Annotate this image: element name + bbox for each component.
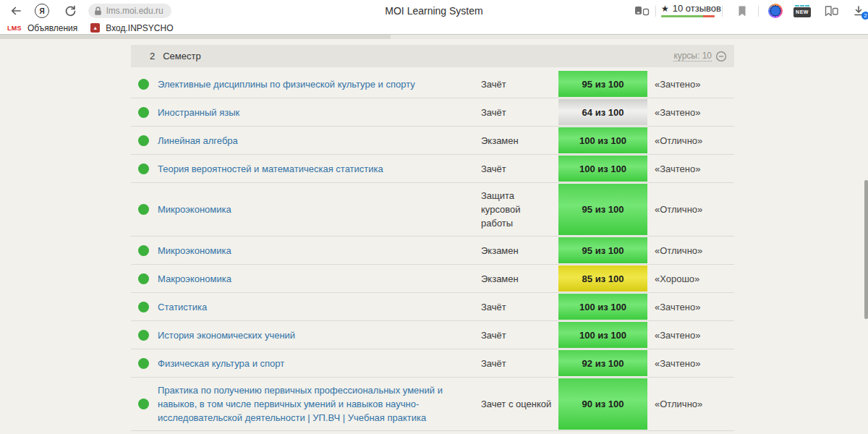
score-badge: 85 из 100: [558, 265, 647, 292]
course-link[interactable]: Микроэкономика: [158, 183, 481, 236]
course-link[interactable]: Иностранный язык: [158, 98, 481, 126]
semester-label: Семестр: [163, 51, 200, 61]
table-row: Статистика Зачёт «Зачтено» 100 из 100: [131, 293, 734, 321]
toolbar-divider: [722, 6, 723, 17]
course-link[interactable]: Физическая культура и спорт: [158, 349, 481, 377]
course-link[interactable]: История экономических учений: [158, 321, 481, 349]
score-badge: 100 из 100: [558, 156, 647, 182]
status-dot-cell: [131, 293, 158, 320]
grade-text: «Отлично»: [655, 237, 734, 264]
grade-text: «Зачтено»: [655, 321, 734, 349]
site-rating[interactable]: ★ 10 отзывов: [661, 3, 721, 17]
course-link[interactable]: Теория вероятностей и математическая ста…: [158, 155, 481, 182]
chrome-page-divider: [0, 34, 868, 39]
score-badge: 92 из 100: [558, 350, 647, 376]
score-badge: 100 из 100: [558, 322, 647, 348]
download-count-badge: 2: [861, 12, 868, 20]
grade-text: «Зачтено»: [655, 155, 734, 182]
score-badge: 95 из 100: [558, 184, 647, 235]
assessment-type: Зачёт: [481, 98, 558, 126]
grades-table: 2 Семестр курсы: 10 Элективные дисциплин…: [131, 45, 734, 434]
status-dot-icon: [138, 302, 149, 312]
table-row: Макроэкономика Экзамен «Хорошо» 85 из 10…: [131, 265, 734, 293]
bookmark-item-inpsycho[interactable]: ▲ Вход.INPSYCHO: [90, 23, 173, 33]
table-row: Микроэкономика Экзамен «Отлично» 95 из 1…: [131, 237, 734, 265]
score-badge: 64 из 100: [558, 99, 647, 125]
status-dot-icon: [138, 330, 149, 341]
status-dot-icon: [138, 79, 149, 90]
semester-number: 2: [150, 51, 155, 61]
status-dot-cell: [131, 237, 158, 264]
grade-text: «Зачтено»: [655, 293, 734, 320]
grade-text: «Зачтено»: [655, 349, 734, 377]
status-dot-icon: [138, 358, 149, 369]
yandex-logo-icon[interactable]: Я: [35, 4, 49, 18]
back-icon[interactable]: [9, 4, 23, 17]
bookmark-label: Вход.INPSYCHO: [106, 23, 173, 33]
course-link[interactable]: Практика по получению первичных професси…: [158, 378, 481, 430]
assessment-type: Защита курсовой работы: [481, 183, 558, 236]
table-row: Физическая культура и спорт Зачёт «Зачте…: [131, 349, 734, 378]
refresh-icon[interactable]: [64, 4, 77, 17]
score-badge: 95 из 100: [558, 71, 647, 97]
rating-label: 10 отзывов: [673, 3, 721, 14]
courses-count-link[interactable]: курсы: 10: [673, 51, 712, 61]
status-dot-cell: [131, 70, 158, 98]
status-dot-icon: [138, 245, 149, 256]
url-text: lms.moi.edu.ru: [106, 6, 163, 16]
assessment-type: Зачёт: [481, 70, 558, 98]
star-icon: ★: [661, 4, 669, 13]
grade-text: «Хорошо»: [655, 265, 734, 292]
course-rows: Элективные дисциплины по физической куль…: [131, 70, 734, 431]
collections-icon[interactable]: [823, 4, 839, 17]
new-badge-label: NEW: [793, 7, 811, 17]
status-dot-icon: [138, 135, 149, 146]
assessment-type: Зачёт: [481, 155, 558, 182]
course-link[interactable]: Макроэкономика: [158, 265, 481, 292]
bookmark-label: Объявления: [27, 23, 77, 33]
course-link[interactable]: Линейная алгебра: [158, 127, 481, 154]
assessment-type: Экзамен: [481, 127, 558, 154]
status-dot-icon: [138, 399, 149, 409]
grade-text: «Зачтено»: [655, 98, 734, 126]
grade-text: «Зачтено»: [655, 70, 734, 98]
assessment-type: Зачет с оценкой: [481, 378, 558, 430]
browser-toolbar: Я lms.moi.edu.ru MOI Learning System ★ 1…: [0, 0, 868, 22]
bookmark-item-announcements[interactable]: LMS Объявления: [7, 23, 77, 33]
status-dot-cell: [131, 98, 158, 126]
status-dot-cell: [131, 349, 158, 377]
status-dot-icon: [138, 163, 149, 174]
table-row: Практика по получению первичных професси…: [131, 378, 734, 431]
table-row: Элективные дисциплины по физической куль…: [131, 70, 734, 98]
browser-protect-icon[interactable]: [634, 5, 650, 17]
table-row: Иностранный язык Зачёт «Зачтено» 64 из 1…: [131, 98, 734, 127]
table-row: Теория вероятностей и математическая ста…: [131, 155, 734, 183]
inpsycho-favicon: ▲: [90, 23, 100, 33]
status-dot-cell: [131, 155, 158, 182]
course-link[interactable]: Статистика: [158, 293, 481, 320]
status-dot-icon: [138, 107, 149, 118]
lock-icon: [94, 7, 102, 16]
semester-2-header: 2 Семестр курсы: 10: [131, 45, 734, 67]
table-row: Линейная алгебра Экзамен «Отлично» 100 и…: [131, 127, 734, 155]
status-dot-icon: [138, 273, 149, 284]
bookmark-icon[interactable]: [736, 4, 748, 17]
address-bar[interactable]: lms.moi.edu.ru: [88, 4, 171, 18]
status-dot-cell: [131, 183, 158, 236]
toolbar-divider: [758, 6, 759, 17]
score-badge: 100 из 100: [558, 127, 647, 153]
extension-circle-icon[interactable]: [768, 4, 783, 18]
assessment-type: Зачёт: [481, 321, 558, 349]
new-releases-icon[interactable]: NEW: [793, 2, 812, 20]
vertical-scrollbar[interactable]: [864, 180, 868, 319]
course-link[interactable]: Микроэкономика: [158, 237, 481, 264]
rating-bar: [661, 15, 715, 17]
marquee-dashes: [795, 5, 809, 7]
score-badge: 95 из 100: [558, 237, 647, 263]
grade-text: «Отлично»: [655, 378, 734, 430]
grade-text: «Отлично»: [655, 183, 734, 236]
download-icon[interactable]: 2: [851, 4, 867, 18]
course-link[interactable]: Элективные дисциплины по физической куль…: [158, 70, 481, 98]
status-dot-icon: [138, 204, 149, 215]
collapse-icon[interactable]: [715, 51, 727, 62]
